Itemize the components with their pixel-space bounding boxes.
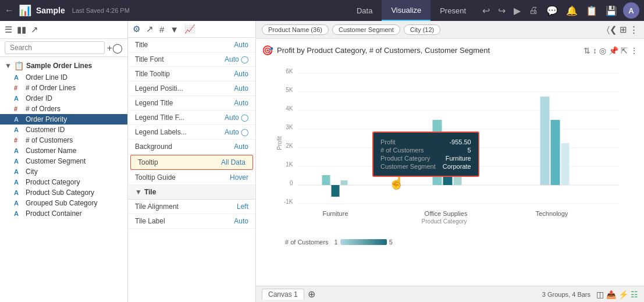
more-icon[interactable]: ⋮ xyxy=(630,46,638,55)
prop-value[interactable]: Hover xyxy=(230,173,248,182)
export-icon[interactable]: 📤 xyxy=(606,290,616,299)
field-of-order-lines[interactable]: # # of Order Lines xyxy=(0,83,127,93)
bar-technology-homeoffice[interactable] xyxy=(561,143,570,185)
redo-icon[interactable]: ↪ xyxy=(496,3,508,19)
group-arrow-icon: ▼ xyxy=(5,62,12,70)
avatar[interactable]: A xyxy=(623,2,639,19)
field-grouped-sub-category[interactable]: A Grouped Sub Category xyxy=(0,198,127,208)
prop-value[interactable]: Left xyxy=(237,202,248,211)
settings-icon[interactable]: ⚙ xyxy=(133,24,140,34)
field-customer-id[interactable]: A Customer ID xyxy=(0,125,127,135)
bar-chart-icon[interactable]: ▮▮ xyxy=(17,24,26,35)
target-icon[interactable]: ◎ xyxy=(599,46,606,55)
filter-icon[interactable]: 〈❮ xyxy=(607,24,617,35)
section-arrow-icon: ▼ xyxy=(135,188,142,196)
list-icon[interactable]: ☰ xyxy=(5,24,12,35)
field-type-icon: A xyxy=(14,189,22,196)
canvas-tab[interactable]: Canvas 1 xyxy=(262,289,304,300)
svg-text:6K: 6K xyxy=(286,68,293,74)
bottom-bar: Canvas 1 ⊕ 3 Groups, 4 Bars ◫ 📤 ⚡ ☷ xyxy=(256,286,644,302)
field-product-category[interactable]: A Product Category xyxy=(0,177,127,187)
comment-icon[interactable]: 💬 xyxy=(544,3,560,19)
field-order-id[interactable]: A Order ID xyxy=(0,93,127,104)
export-icon[interactable]: 📋 xyxy=(583,3,600,19)
field-of-customers[interactable]: # # of Customers xyxy=(0,135,127,145)
field-type-icon: A xyxy=(14,147,22,154)
field-type-icon: A xyxy=(14,210,22,217)
hash-icon[interactable]: # xyxy=(159,24,164,34)
pill-city[interactable]: City (12) xyxy=(404,24,441,35)
bar-furniture-consumer[interactable] xyxy=(322,175,330,185)
field-type-icon: A xyxy=(14,116,22,123)
prop-label: Tile Label xyxy=(135,217,165,225)
section-tile[interactable]: ▼ Tile xyxy=(128,185,255,200)
expand-icon[interactable]: ⇱ xyxy=(621,46,628,55)
field-order-line-id[interactable]: A Order Line ID xyxy=(0,72,127,83)
svg-text:Office Supplies: Office Supplies xyxy=(425,210,468,217)
field-label: # of Orders xyxy=(26,105,61,113)
print-icon[interactable]: 🖨 xyxy=(526,3,540,18)
field-order-priority[interactable]: A Order Priority xyxy=(0,114,127,125)
trend-icon[interactable]: 📈 xyxy=(184,24,195,34)
search-add-button[interactable]: +◯ xyxy=(107,42,123,54)
prop-value[interactable]: Auto xyxy=(234,41,248,49)
field-label: Product Sub Category xyxy=(26,189,94,197)
prop-value[interactable]: Auto ◯ xyxy=(225,55,248,63)
more-icon[interactable]: ⋮ xyxy=(629,24,638,35)
grid-icon[interactable]: ⊞ xyxy=(620,24,627,35)
pill-customer-segment[interactable]: Customer Segment xyxy=(332,24,400,35)
field-customer-name[interactable]: A Customer Name xyxy=(0,145,127,156)
prop-label: Background xyxy=(135,143,172,151)
undo-icon[interactable]: ↩ xyxy=(480,3,492,19)
bar-technology-corporate[interactable] xyxy=(551,120,560,185)
tab-visualize[interactable]: Visualize xyxy=(382,0,430,21)
prop-value[interactable]: Auto xyxy=(234,143,248,151)
play-icon[interactable]: ▶ xyxy=(511,3,523,19)
axis-icon[interactable]: ↗ xyxy=(146,24,154,34)
field-product-container[interactable]: A Product Container xyxy=(0,208,127,219)
pill-product-name[interactable]: Product Name (36) xyxy=(262,24,329,35)
field-type-icon: # xyxy=(14,137,22,144)
sort-icon[interactable]: ↕ xyxy=(593,46,597,55)
trend-icon[interactable]: ↗ xyxy=(31,24,38,35)
back-button[interactable]: ← xyxy=(5,5,14,16)
tooltip-value: Corporate xyxy=(443,163,471,170)
prop-value[interactable]: Auto ◯ xyxy=(225,128,248,136)
field-city[interactable]: A City xyxy=(0,166,127,177)
tooltip-label: Product Category xyxy=(380,155,430,162)
field-group-sample-order-lines[interactable]: ▼ 📋 Sample Order Lines xyxy=(0,59,127,72)
filter-icon[interactable]: ▼ xyxy=(170,24,179,34)
tab-data[interactable]: Data xyxy=(347,0,382,21)
swap-icon[interactable]: ⇅ xyxy=(583,46,590,55)
tab-present[interactable]: Present xyxy=(430,0,475,21)
field-customer-segment[interactable]: A Customer Segment xyxy=(0,156,127,166)
prop-value[interactable]: Auto xyxy=(234,70,248,78)
prop-title-font: Title Font Auto ◯ xyxy=(128,52,255,67)
pin-icon[interactable]: 📌 xyxy=(609,46,618,55)
prop-value-tooltip[interactable]: All Data xyxy=(221,158,245,166)
field-of-orders[interactable]: # # of Orders xyxy=(0,104,127,114)
bar-technology-consumer[interactable] xyxy=(540,97,550,185)
bar-furniture-corporate[interactable] xyxy=(332,185,340,197)
prop-value[interactable]: Auto xyxy=(234,84,248,93)
svg-text:Furniture: Furniture xyxy=(322,210,348,217)
prop-legend-position: Legend Positi... Auto xyxy=(128,81,255,96)
prop-value[interactable]: Auto xyxy=(234,99,248,107)
field-label: Product Container xyxy=(26,209,82,218)
bar-furniture-homeoffice[interactable] xyxy=(341,180,348,185)
prop-label: Legend Positi... xyxy=(135,84,183,93)
flash-icon[interactable]: ⚡ xyxy=(618,290,628,299)
canvas-add-button[interactable]: ⊕ xyxy=(308,289,315,300)
field-product-sub-category[interactable]: A Product Sub Category xyxy=(0,187,127,198)
section-title: Tile xyxy=(144,188,156,196)
bell-icon[interactable]: 🔔 xyxy=(564,3,580,19)
prop-value[interactable]: Auto ◯ xyxy=(225,113,248,122)
search-input[interactable] xyxy=(5,41,105,54)
chart-tooltip: Profit -955.50 # of Customers 5 Product … xyxy=(372,132,479,177)
grid-view-icon[interactable]: ◫ xyxy=(596,290,604,299)
save-icon[interactable]: 💾 xyxy=(603,3,620,19)
field-type-icon: A xyxy=(14,179,22,186)
layout-icon[interactable]: ☷ xyxy=(631,290,638,299)
prop-value[interactable]: Auto xyxy=(234,217,248,225)
chart-title-icon: 🎯 xyxy=(262,45,273,56)
